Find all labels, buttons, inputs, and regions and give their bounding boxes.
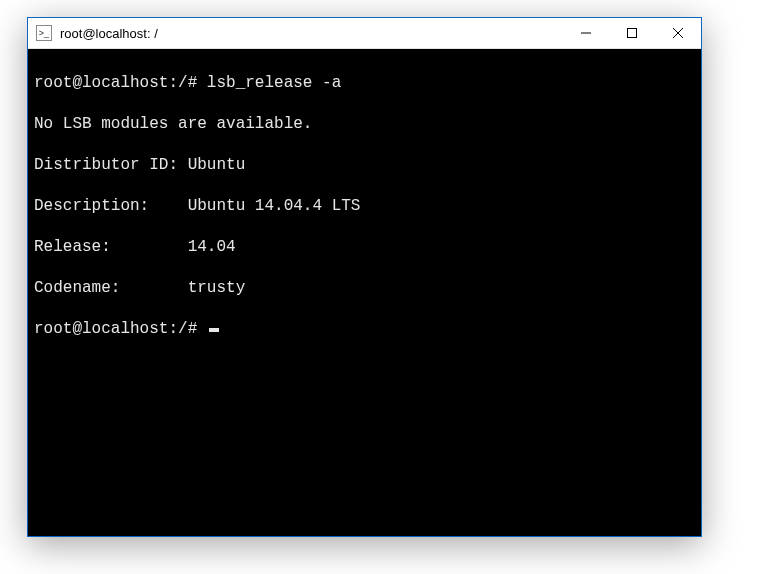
maximize-button[interactable]	[609, 18, 655, 48]
titlebar[interactable]: >_ root@localhost: /	[28, 18, 701, 49]
minimize-icon	[581, 28, 591, 38]
maximize-icon	[627, 28, 637, 38]
close-icon	[673, 28, 683, 38]
terminal-window: >_ root@localhost: / root@localhost:/# l…	[27, 17, 702, 537]
prompt: root@localhost:/#	[34, 320, 197, 338]
terminal-line: No LSB modules are available.	[34, 114, 695, 134]
prompt: root@localhost:/#	[34, 74, 197, 92]
minimize-button[interactable]	[563, 18, 609, 48]
svg-rect-1	[628, 29, 637, 38]
window-title: root@localhost: /	[60, 26, 563, 41]
terminal-line: root@localhost:/# lsb_release -a	[34, 73, 695, 93]
terminal-line: Release: 14.04	[34, 237, 695, 257]
terminal-line: root@localhost:/#	[34, 319, 695, 339]
app-icon: >_	[36, 25, 52, 41]
cursor	[209, 328, 219, 332]
close-button[interactable]	[655, 18, 701, 48]
window-controls	[563, 18, 701, 48]
terminal-line: Codename: trusty	[34, 278, 695, 298]
command-text: lsb_release -a	[207, 74, 341, 92]
terminal-output[interactable]: root@localhost:/# lsb_release -a No LSB …	[28, 49, 701, 536]
terminal-line: Distributor ID: Ubuntu	[34, 155, 695, 175]
terminal-line: Description: Ubuntu 14.04.4 LTS	[34, 196, 695, 216]
